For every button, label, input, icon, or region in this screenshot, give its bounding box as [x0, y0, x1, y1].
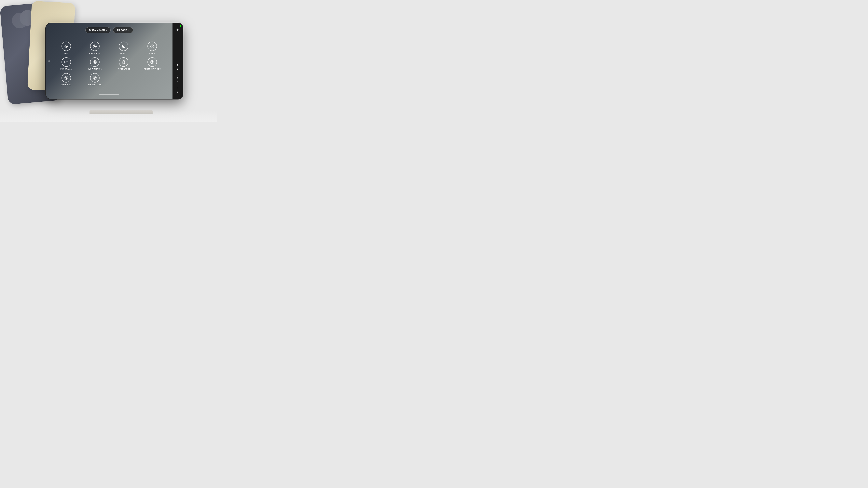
mode-item-portrait-video[interactable]: PORTRAIT VIDEO — [138, 57, 167, 70]
food-label: FOOD — [149, 52, 155, 54]
home-indicator-bar — [50, 94, 168, 95]
night-label: NIGHT — [120, 52, 127, 54]
right-sidebar: + MORE VIDEO PHOTO — [173, 23, 183, 99]
camera-ui: BIXBY VISION › AR ZONE › — [46, 23, 173, 99]
add-mode-button[interactable]: + — [177, 27, 179, 32]
mode-item-hyperlapse[interactable]: HYPERLAPSE — [109, 57, 138, 70]
sidebar-mode-photo[interactable]: PHOTO — [176, 84, 180, 97]
ar-zone-label: AR ZONE — [117, 29, 127, 31]
top-buttons-row: BIXBY VISION › AR ZONE › — [50, 27, 168, 33]
camera-mode-grid: PRO PRO VIDEO NIGHT — [50, 41, 168, 86]
panorama-label: PANORAMA — [60, 68, 72, 70]
single-take-icon — [90, 73, 99, 83]
mode-item-night[interactable]: NIGHT — [109, 41, 138, 54]
svg-point-1 — [66, 46, 67, 47]
scroll-dot-indicator — [48, 60, 50, 62]
stand-top — [90, 110, 153, 114]
dual-rec-label: DUAL REC — [61, 84, 71, 86]
sidebar-mode-video[interactable]: VIDEO — [176, 72, 180, 84]
bixby-vision-button[interactable]: BIXBY VISION › — [85, 27, 111, 33]
mode-item-panorama[interactable]: PANORAMA — [52, 57, 81, 70]
svg-point-15 — [94, 61, 96, 63]
mode-item-pro[interactable]: PRO — [52, 41, 81, 54]
green-dot-indicator — [180, 25, 181, 27]
mode-item-slow-motion[interactable]: SLOW MOTION — [81, 57, 110, 70]
dual-rec-icon — [62, 73, 71, 83]
bixby-chevron-icon: › — [106, 29, 107, 32]
hyperlapse-icon — [119, 57, 128, 67]
sidebar-mode-more[interactable]: MORE — [176, 61, 180, 72]
slow-motion-icon — [90, 57, 99, 67]
mode-item-food[interactable]: FOOD — [138, 41, 167, 54]
single-take-label: SINGLE TAKE — [88, 84, 102, 86]
mode-item-pro-video[interactable]: PRO VIDEO — [81, 41, 110, 54]
slow-motion-label: SLOW MOTION — [88, 68, 102, 70]
svg-point-19 — [152, 61, 153, 62]
ar-zone-chevron-icon: › — [128, 29, 129, 32]
ar-zone-button[interactable]: AR ZONE › — [113, 27, 133, 33]
panorama-icon — [62, 57, 71, 67]
svg-point-25 — [95, 77, 95, 78]
pro-video-icon — [90, 41, 99, 51]
phone-stand — [90, 110, 153, 114]
hyperlapse-label: HYPERLAPSE — [117, 68, 130, 70]
sidebar-mode-list: MORE VIDEO PHOTO — [176, 61, 180, 97]
bixby-vision-label: BIXBY VISION — [89, 29, 105, 31]
phone-frame: BIXBY VISION › AR ZONE › — [45, 23, 183, 99]
portrait-video-label: PORTRAIT VIDEO — [144, 68, 161, 70]
portrait-video-icon — [148, 57, 157, 67]
food-icon — [148, 41, 157, 51]
mode-item-dual-rec[interactable]: DUAL REC — [52, 73, 81, 86]
mode-item-single-take[interactable]: SINGLE TAKE — [81, 73, 110, 86]
pro-video-label: PRO VIDEO — [89, 52, 100, 54]
svg-point-22 — [66, 77, 66, 78]
pro-icon — [62, 41, 71, 51]
home-indicator — [99, 94, 119, 95]
svg-marker-7 — [94, 45, 96, 47]
night-icon — [119, 41, 128, 51]
pro-label: PRO — [64, 52, 68, 54]
